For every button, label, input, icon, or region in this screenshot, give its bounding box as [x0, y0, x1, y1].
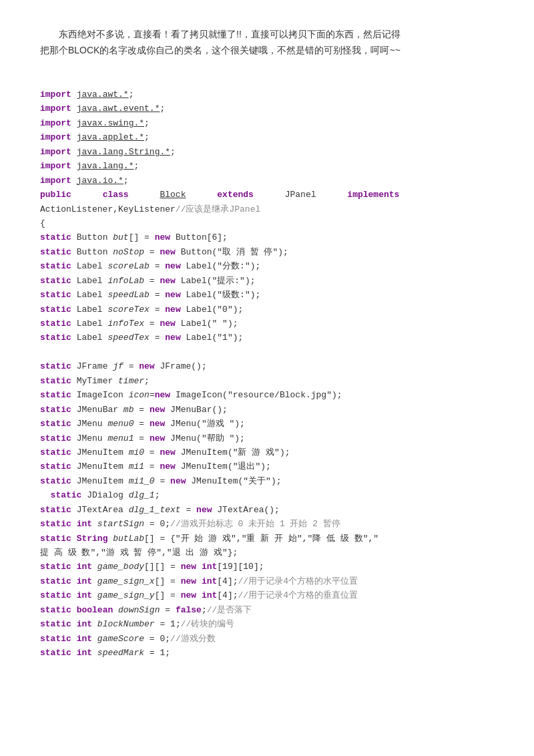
new-keyword: new [150, 433, 165, 443]
var-name: menu0 [107, 419, 134, 429]
extends-keyword: extends [217, 190, 254, 200]
var-name: infoTex [107, 319, 144, 329]
public-keyword: public [40, 190, 71, 200]
import-keyword: import [40, 147, 71, 157]
import-keyword: import [40, 176, 71, 186]
var-name: timer [118, 376, 144, 386]
import-keyword: import [40, 89, 71, 100]
int-keyword: int [77, 576, 92, 586]
int-keyword: int [202, 562, 217, 572]
new-keyword: new [170, 476, 186, 486]
new-keyword: new [160, 461, 175, 471]
static-keyword: static [40, 290, 71, 300]
import-keyword: import [40, 118, 71, 128]
new-keyword: new [165, 261, 180, 271]
var-name: game_sign_y [97, 590, 155, 600]
var-name: mi0 [129, 447, 144, 457]
var-name: infoLab [107, 276, 144, 286]
int-keyword: int [77, 619, 92, 629]
static-keyword: static [40, 376, 71, 386]
import-value: java.awt.event.* [77, 104, 160, 114]
static-keyword: static [40, 419, 71, 429]
var-name: scoreTex [107, 305, 149, 315]
int-keyword: int [202, 576, 217, 586]
var-name: icon [129, 390, 150, 400]
import-value: java.lang.* [77, 161, 134, 171]
static-keyword: static [40, 247, 71, 257]
intro-text: 东西绝对不多说，直接看！看了拷贝就懂了!!，直接可以拷贝下面的东西，然后记得把那… [40, 27, 494, 59]
false-keyword: false [176, 605, 202, 615]
int-keyword: int [77, 634, 92, 644]
import-value: java.applet.* [77, 132, 144, 142]
int-keyword: int [77, 562, 92, 572]
var-name: noStop [113, 247, 144, 257]
var-name: jf [113, 361, 123, 371]
var-name: speedTex [107, 333, 149, 343]
import-keyword: import [40, 104, 71, 114]
var-name: dlg_1_text [129, 505, 181, 515]
import-keyword: import [40, 132, 71, 142]
new-keyword: new [160, 319, 175, 329]
static-keyword: static [40, 634, 71, 644]
intro-paragraph: 东西绝对不多说，直接看！看了拷贝就懂了!!，直接可以拷贝下面的东西，然后记得把那… [40, 27, 494, 59]
static-keyword: static [40, 232, 71, 242]
new-keyword: new [150, 419, 165, 429]
var-name: game_sign_x [97, 576, 155, 586]
static-keyword: static [40, 648, 71, 658]
import-value: java.lang.String.* [77, 147, 170, 157]
static-keyword: static [40, 361, 71, 371]
static-keyword: static [40, 534, 71, 544]
var-name: blockNumber [97, 619, 155, 629]
new-keyword: new [165, 305, 180, 315]
code-block: import java.awt.*; import java.awt.event… [40, 73, 494, 660]
new-keyword: new [150, 405, 165, 415]
static-keyword: static [51, 490, 82, 500]
var-name: scoreLab [107, 261, 149, 271]
new-keyword: new [165, 290, 180, 300]
static-keyword: static [40, 305, 71, 315]
new-keyword: new [155, 232, 170, 242]
var-name: but [113, 232, 128, 242]
int-keyword: int [77, 590, 92, 600]
static-keyword: static [40, 390, 71, 400]
var-name: speedLab [107, 290, 149, 300]
var-name: downSign [118, 605, 160, 615]
static-keyword: static [40, 576, 71, 586]
static-keyword: static [40, 461, 71, 471]
int-keyword: int [202, 590, 217, 600]
static-keyword: static [40, 261, 71, 271]
var-name: gameScore [97, 634, 144, 644]
class-name: Block [160, 190, 186, 200]
static-keyword: static [40, 405, 71, 415]
static-keyword: static [40, 505, 71, 515]
new-keyword: new [155, 390, 170, 400]
int-keyword: int [77, 648, 92, 658]
import-value: java.io.* [77, 176, 123, 186]
import-value: javax.swing.* [77, 118, 144, 128]
int-keyword: int [77, 519, 92, 529]
new-keyword: new [181, 562, 196, 572]
var-name: mb [123, 405, 134, 415]
boolean-keyword: boolean [77, 605, 113, 615]
var-name: game_body [97, 562, 144, 572]
static-keyword: static [40, 562, 71, 572]
var-name: startSign [97, 519, 144, 529]
static-keyword: static [40, 605, 71, 615]
string-keyword: String [77, 534, 108, 544]
new-keyword: new [160, 447, 175, 457]
static-keyword: static [40, 433, 71, 443]
new-keyword: new [181, 590, 196, 600]
var-name: mi1_0 [129, 476, 155, 486]
static-keyword: static [40, 447, 71, 457]
implements-keyword: implements [347, 190, 399, 200]
static-keyword: static [40, 333, 71, 343]
static-keyword: static [40, 476, 71, 486]
var-name: menu1 [107, 433, 134, 443]
import-keyword: import [40, 161, 71, 171]
new-keyword: new [196, 505, 212, 515]
var-name: speedMark [97, 648, 144, 658]
import-value: java.awt.* [77, 89, 129, 100]
static-keyword: static [40, 619, 71, 629]
var-name: dlg_1 [129, 490, 155, 500]
static-keyword: static [40, 590, 71, 600]
